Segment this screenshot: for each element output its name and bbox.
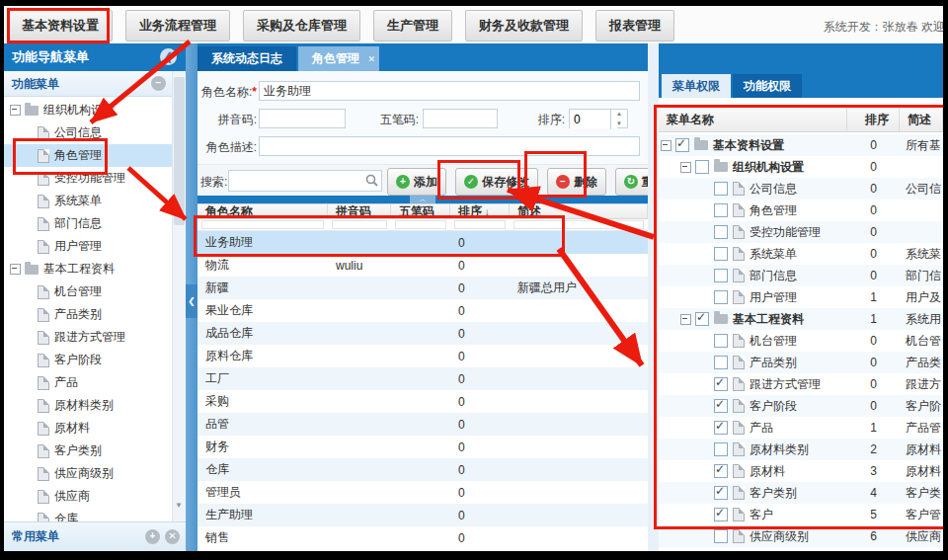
permission-tree-row[interactable]: 跟进方式管理0跟进方 bbox=[659, 373, 943, 395]
section-collapse-icon[interactable]: − bbox=[151, 76, 166, 91]
table-row[interactable]: 仓库0 bbox=[198, 458, 648, 481]
table-column-header[interactable]: 简述 bbox=[510, 204, 648, 218]
sidebar-tree-item[interactable]: 跟进方式管理 bbox=[4, 326, 172, 349]
permission-tree-row[interactable]: 客户5客户管 bbox=[659, 504, 943, 525]
sidebar-tree-item[interactable]: 系统菜单 bbox=[4, 190, 172, 212]
sidebar-tree-item[interactable]: 原材料类别 bbox=[4, 394, 172, 417]
sidebar-tree-item[interactable]: 受控功能管理 bbox=[4, 167, 172, 190]
top-menu-item[interactable]: 采购及仓库管理 bbox=[243, 10, 360, 41]
wubi-input[interactable] bbox=[423, 109, 498, 128]
table-filter-box[interactable] bbox=[201, 220, 324, 229]
pinyin-input[interactable] bbox=[259, 109, 346, 128]
table-row[interactable]: 物流wuliu0 bbox=[198, 254, 648, 277]
add-button[interactable]: +添加 bbox=[387, 168, 446, 196]
permission-checkbox[interactable] bbox=[714, 399, 728, 413]
permission-tree-row[interactable]: 客户类别4客户类 bbox=[659, 482, 943, 504]
delete-button[interactable]: −删除 bbox=[547, 168, 606, 196]
permission-tree-row[interactable]: 客户阶段0客户阶 bbox=[659, 395, 943, 417]
permission-checkbox[interactable] bbox=[714, 529, 728, 543]
left-splitter-collapse-icon[interactable]: ❮ bbox=[186, 284, 198, 318]
tab-function-permission[interactable]: 功能权限 bbox=[733, 74, 802, 98]
footer-close-icon[interactable]: ✕ bbox=[165, 529, 180, 544]
scrollbar-down-icon[interactable]: ▼ bbox=[175, 501, 183, 510]
sidebar-tree-item[interactable]: 仓库 bbox=[4, 508, 172, 521]
table-row[interactable]: 工厂0 bbox=[198, 367, 648, 390]
permission-checkbox[interactable] bbox=[714, 203, 728, 217]
permission-checkbox[interactable] bbox=[714, 421, 728, 435]
permission-tree-row[interactable]: 角色管理0 bbox=[659, 200, 943, 221]
sidebar-tree-item[interactable]: 组织机构设置 bbox=[4, 99, 172, 121]
stepper-up-icon[interactable]: ▲ bbox=[611, 110, 627, 120]
table-column-header[interactable]: 五笔码 bbox=[391, 204, 450, 218]
permission-checkbox[interactable] bbox=[695, 160, 709, 174]
save-button[interactable]: ✓保存修改 bbox=[455, 168, 538, 196]
table-row[interactable]: 业务助理0 bbox=[198, 231, 648, 254]
sidebar-tree-item[interactable]: 客户类别 bbox=[4, 440, 172, 462]
sidebar-scrollbar[interactable]: ▼ bbox=[172, 71, 186, 521]
permission-tree-row[interactable]: 部门信息0部门信 bbox=[659, 265, 943, 286]
permission-checkbox[interactable] bbox=[714, 182, 728, 196]
table-row[interactable]: 成品仓库0 bbox=[198, 322, 648, 345]
tree-expander-icon[interactable] bbox=[661, 140, 672, 151]
sidebar-tree-item[interactable]: 基本工程资料 bbox=[4, 258, 172, 280]
permission-tree-row[interactable]: 原材料3原材料 bbox=[659, 460, 943, 482]
permission-checkbox[interactable] bbox=[714, 508, 728, 521]
permission-checkbox[interactable] bbox=[675, 138, 689, 152]
permission-checkbox[interactable] bbox=[714, 290, 728, 304]
tree-expander-icon[interactable] bbox=[680, 162, 691, 173]
permission-tree-row[interactable]: 供应商 bbox=[659, 547, 943, 551]
table-filter-box[interactable] bbox=[332, 220, 387, 229]
permission-tree-row[interactable]: 产品1产品管 bbox=[659, 417, 943, 439]
permission-checkbox[interactable] bbox=[714, 464, 728, 478]
footer-add-icon[interactable]: + bbox=[145, 529, 160, 544]
permission-checkbox[interactable] bbox=[714, 442, 728, 456]
permission-tree-row[interactable]: 受控功能管理0 bbox=[659, 221, 943, 243]
table-row[interactable]: 原料仓库0 bbox=[198, 345, 648, 367]
permission-tree-row[interactable]: 系统菜单0系统菜 bbox=[659, 243, 943, 265]
table-row[interactable]: 品管0 bbox=[198, 413, 648, 436]
sidebar-tree-item[interactable]: 产品 bbox=[4, 371, 172, 394]
sidebar-tree-item[interactable]: 客户阶段 bbox=[4, 349, 172, 371]
search-input[interactable] bbox=[228, 170, 382, 192]
permission-tree-row[interactable]: 基本工程资料1系统用 bbox=[659, 308, 943, 330]
table-column-header[interactable]: 拼音码 bbox=[328, 204, 391, 218]
permission-tree-row[interactable]: 原材料类别2原材料 bbox=[659, 439, 943, 460]
permission-column-header[interactable]: 排序 bbox=[847, 108, 900, 131]
right-splitter[interactable] bbox=[648, 43, 659, 551]
table-row[interactable]: 销售0 bbox=[198, 526, 648, 549]
tab-role-management[interactable]: 角色管理 ✕ bbox=[298, 46, 379, 71]
permission-tree-row[interactable]: 机台管理0机台管 bbox=[659, 330, 943, 352]
permission-checkbox[interactable] bbox=[714, 486, 728, 500]
permission-checkbox[interactable] bbox=[695, 312, 709, 326]
table-row[interactable]: 采购0 bbox=[198, 390, 648, 413]
tree-expander-icon[interactable] bbox=[10, 105, 21, 116]
table-column-header[interactable]: 角色名称 bbox=[198, 204, 328, 218]
permission-column-header[interactable]: 菜单名称 bbox=[659, 108, 847, 131]
table-row[interactable]: 管理员0 bbox=[198, 481, 648, 504]
sort-stepper[interactable]: ▲▼ bbox=[569, 109, 628, 128]
table-row[interactable]: 生产助理0 bbox=[198, 504, 648, 526]
stepper-down-icon[interactable]: ▼ bbox=[611, 120, 627, 129]
permission-checkbox[interactable] bbox=[714, 334, 728, 348]
permission-tree-row[interactable]: 公司信息0公司信 bbox=[659, 178, 943, 200]
sidebar-tree-item[interactable]: 机台管理 bbox=[4, 280, 172, 303]
table-row[interactable]: 新疆0新疆总用户 bbox=[198, 277, 648, 299]
sidebar-tree-item[interactable]: 原材料 bbox=[4, 417, 172, 440]
sidebar-tree-item[interactable]: 产品类别 bbox=[4, 303, 172, 326]
tree-expander-icon[interactable] bbox=[680, 314, 691, 325]
role-name-input[interactable] bbox=[259, 81, 640, 101]
table-filter-box[interactable] bbox=[395, 220, 446, 229]
permission-column-header[interactable]: 简述 bbox=[900, 108, 943, 131]
top-menu-item[interactable]: 生产管理 bbox=[373, 10, 452, 41]
sidebar-tree-item[interactable]: 用户管理 bbox=[4, 235, 172, 258]
permission-tree-row[interactable]: 组织机构设置0 bbox=[659, 156, 943, 178]
sidebar-tree-item[interactable]: 供应商级别 bbox=[4, 462, 172, 485]
permission-tree-row[interactable]: 基本资料设置0所有基 bbox=[659, 134, 943, 156]
sidebar-tree-item[interactable]: 角色管理 bbox=[4, 144, 172, 167]
top-menu-item[interactable]: 业务流程管理 bbox=[125, 10, 230, 41]
tree-expander-icon[interactable] bbox=[10, 264, 21, 275]
permission-tree-row[interactable]: 用户管理1用户及 bbox=[659, 286, 943, 308]
permission-checkbox[interactable] bbox=[714, 377, 728, 391]
permission-checkbox[interactable] bbox=[714, 269, 728, 282]
table-filter-box[interactable] bbox=[454, 220, 506, 229]
